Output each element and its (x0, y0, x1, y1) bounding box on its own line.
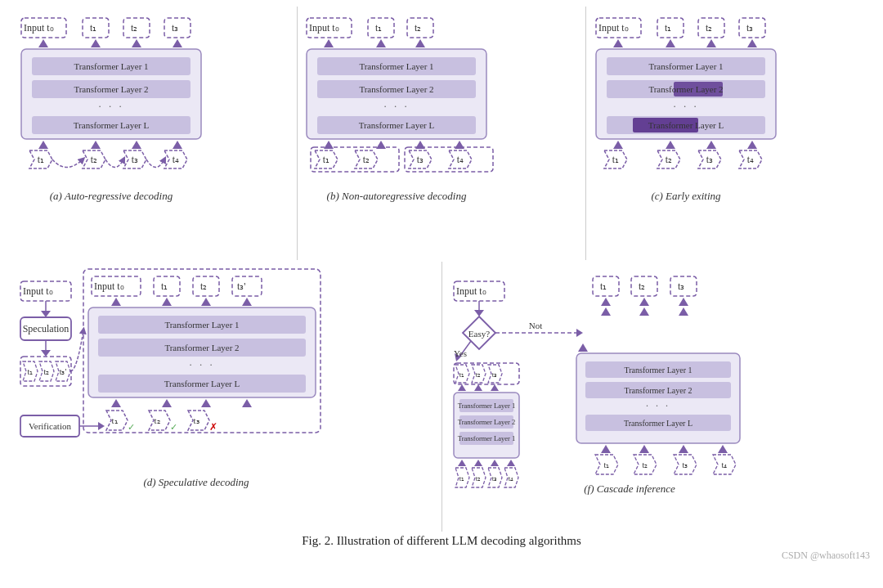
svg-marker-9 (91, 39, 101, 47)
svg-text:Transformer Layer 1: Transformer Layer 1 (458, 434, 516, 442)
svg-text:t₃: t₃ (678, 281, 684, 292)
svg-text:t₂: t₂ (666, 154, 672, 165)
svg-marker-127 (242, 298, 252, 306)
svg-text:t₂: t₂ (415, 22, 421, 34)
svg-text:(c) Early exiting: (c) Early exiting (651, 190, 721, 202)
svg-marker-184 (474, 460, 482, 466)
svg-text:t₃: t₃ (746, 22, 753, 34)
svg-marker-139 (242, 399, 252, 407)
svg-text:· · ·: · · · (189, 358, 214, 370)
svg-text:t₂: t₂ (706, 22, 712, 34)
svg-text:t₁: t₁ (600, 281, 607, 292)
svg-marker-11 (173, 39, 182, 47)
svg-marker-20 (38, 141, 48, 149)
svg-text:Transformer Layer 2: Transformer Layer 2 (625, 386, 693, 395)
svg-marker-214 (639, 445, 649, 453)
svg-text:t₁: t₁ (90, 22, 96, 34)
svg-text:✓: ✓ (170, 422, 177, 432)
svg-marker-39 (324, 39, 334, 47)
main-container: Input t₀ t₁ t₂ t₃ Transformer Layer 1 (0, 0, 883, 588)
svg-marker-124 (111, 298, 121, 306)
figure-caption: Fig. 2. Illustration of different LLM de… (302, 534, 581, 547)
svg-text:t₃: t₃ (492, 474, 498, 483)
svg-text:t₄: t₄ (722, 460, 728, 469)
svg-marker-125 (162, 298, 172, 306)
svg-text:Input  t₀: Input t₀ (94, 281, 124, 292)
svg-text:Input  t₀: Input t₀ (24, 22, 54, 34)
svg-marker-186 (507, 460, 515, 466)
svg-text:t₃: t₃ (417, 154, 424, 165)
svg-text:t₂: t₂ (43, 367, 49, 376)
svg-text:(b) Non-autoregressive decodin: (b) Non-autoregressive decoding (327, 190, 467, 202)
diagram-a: Input t₀ t₁ t₂ t₃ Transformer Layer 1 (8, 7, 298, 260)
svg-marker-138 (201, 399, 211, 407)
svg-text:t₂: t₂ (363, 154, 370, 165)
svg-text:Transformer Layer 2: Transformer Layer 2 (74, 84, 149, 94)
diagram-d: Input t₀ Speculation t₁ t₂ (8, 262, 442, 532)
svg-text:Transformer Layer 1: Transformer Layer 1 (74, 61, 149, 71)
svg-text:t₁: t₁ (323, 154, 329, 165)
svg-marker-74 (666, 39, 675, 47)
svg-text:Transformer Layer L: Transformer Layer L (164, 379, 240, 388)
svg-text:· · ·: · · · (646, 400, 670, 411)
svg-text:Transformer Layer L: Transformer Layer L (359, 120, 435, 130)
svg-marker-126 (201, 298, 211, 306)
diagram-c-svg: Input t₀ t₁ t₂ t₃ Transformer Layer 1 (592, 11, 870, 228)
svg-text:Yes: Yes (454, 348, 467, 358)
svg-marker-73 (613, 39, 623, 47)
svg-marker-225 (601, 307, 611, 316)
svg-text:t₂: t₂ (476, 474, 482, 483)
svg-marker-41 (415, 39, 425, 47)
svg-text:t₁: t₁ (375, 22, 382, 34)
figure-caption-row: Fig. 2. Illustration of different LLM de… (8, 533, 875, 548)
svg-text:t₂: t₂ (643, 460, 648, 469)
svg-text:Transformer Layer 2: Transformer Layer 2 (648, 84, 723, 94)
svg-marker-40 (376, 39, 386, 47)
svg-text:t₂: t₂ (639, 281, 645, 292)
svg-marker-143 (98, 422, 105, 430)
svg-text:Input  t₀: Input t₀ (23, 285, 53, 297)
svg-text:t₃: t₃ (193, 415, 199, 425)
svg-text:✓: ✓ (128, 422, 135, 432)
svg-text:t₂: t₂ (91, 154, 97, 165)
diagram-f-svg: Input t₀ Easy? Yes Not t₁ (450, 265, 867, 518)
svg-marker-22 (132, 141, 141, 149)
diagram-f: Input t₀ Easy? Yes Not t₁ (442, 262, 876, 532)
svg-text:✗: ✗ (209, 421, 217, 433)
svg-text:t₁: t₁ (27, 367, 33, 376)
svg-text:Not: Not (529, 321, 543, 330)
svg-marker-87 (613, 141, 623, 149)
svg-text:· · ·: · · · (673, 100, 698, 112)
svg-marker-88 (666, 141, 675, 149)
svg-marker-136 (111, 399, 121, 407)
svg-marker-75 (706, 39, 716, 47)
svg-text:t₁: t₁ (459, 474, 465, 483)
svg-marker-21 (91, 141, 101, 149)
diagram-d-svg: Input t₀ Speculation t₁ t₂ (16, 265, 433, 518)
svg-marker-203 (679, 298, 688, 306)
svg-text:t₃: t₃ (172, 22, 178, 34)
svg-text:Transformer Layer L: Transformer Layer L (624, 419, 693, 428)
svg-text:t₄: t₄ (173, 154, 179, 165)
svg-text:t₁: t₁ (612, 154, 619, 165)
svg-text:Transformer Layer 1: Transformer Layer 1 (458, 402, 516, 410)
svg-text:· · ·: · · · (383, 100, 409, 112)
svg-marker-107 (41, 350, 51, 357)
watermark: CSDN @whaosoft143 (782, 550, 870, 562)
svg-text:Input  t₀: Input t₀ (598, 22, 629, 34)
diagram-a-svg: Input t₀ t₁ t₂ t₃ Transformer Layer 1 (17, 11, 287, 228)
svg-text:Transformer Layer 2: Transformer Layer 2 (359, 84, 433, 94)
svg-marker-89 (706, 141, 716, 149)
svg-marker-174 (474, 384, 482, 391)
svg-text:Transformer Layer 1: Transformer Layer 1 (164, 320, 239, 330)
diagram-b-svg: Input t₀ t₁ t₂ Transformer Layer 1 Trans… (303, 11, 580, 228)
svg-text:(f) Cascade inference: (f) Cascade inference (585, 483, 676, 495)
svg-marker-201 (601, 298, 611, 306)
svg-text:Verification: Verification (29, 421, 71, 431)
svg-text:t₃: t₃ (132, 154, 138, 165)
svg-text:t₄: t₄ (747, 154, 754, 165)
svg-text:t₄: t₄ (457, 154, 464, 165)
svg-text:t₁: t₁ (665, 22, 671, 34)
svg-marker-137 (162, 399, 172, 407)
svg-marker-164 (576, 329, 583, 337)
